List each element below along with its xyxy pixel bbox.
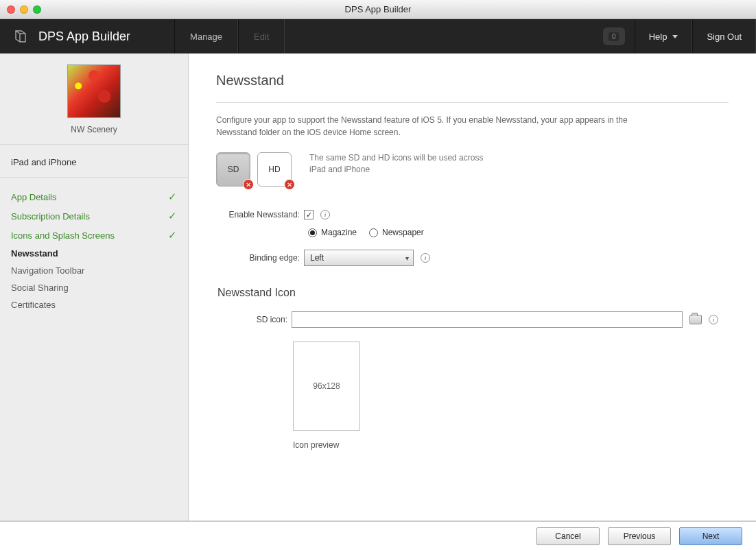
sidebar-item-navigation-toolbar[interactable]: Navigation Toolbar xyxy=(0,262,188,279)
resolution-toggle-group: SD ✕ HD ✕ xyxy=(216,152,292,187)
sidebar-item-social-sharing[interactable]: Social Sharing xyxy=(0,279,188,296)
sd-icon-path-input[interactable] xyxy=(292,311,683,328)
cancel-button[interactable]: Cancel xyxy=(536,527,600,545)
sidebar-item-label: App Details xyxy=(11,192,56,202)
app-name-label: NW Scenery xyxy=(71,125,117,134)
notifications-button[interactable]: 0 xyxy=(603,27,625,45)
sidebar-item-label: Social Sharing xyxy=(11,283,69,293)
sidebar-item-label: Navigation Toolbar xyxy=(11,265,84,276)
chevron-down-icon: ▾ xyxy=(405,254,409,262)
sidebar-separator xyxy=(0,177,188,178)
resolution-note: The same SD and HD icons will be used ac… xyxy=(309,152,501,176)
previous-button[interactable]: Previous xyxy=(608,527,671,545)
sidebar-nav: App Details ✓ Subscription Details ✓ Ico… xyxy=(0,182,188,313)
sd-toggle-label: SD xyxy=(228,165,239,174)
newsstand-icon-heading: Newsstand Icon xyxy=(217,287,729,299)
check-icon: ✓ xyxy=(168,210,177,222)
next-button[interactable]: Next xyxy=(679,527,742,545)
minimize-window-button[interactable] xyxy=(20,5,28,14)
toolbar: DPS App Builder Manage Edit 0 Help Sign … xyxy=(0,19,756,53)
sidebar-item-icons-splash[interactable]: Icons and Splash Screens ✓ xyxy=(0,226,188,245)
error-badge-icon: ✕ xyxy=(243,179,254,190)
sidebar-item-label: Subscription Details xyxy=(11,211,90,222)
radio-dot-icon xyxy=(369,228,378,237)
icon-preview-label: Icon preview xyxy=(293,440,729,450)
app-preview-icon xyxy=(67,64,121,118)
sidebar-item-newsstand[interactable]: Newsstand xyxy=(0,245,188,262)
check-icon: ✓ xyxy=(168,229,177,241)
radio-dot-icon xyxy=(308,228,317,237)
wizard-footer: Cancel Previous Next xyxy=(0,521,756,550)
binding-edge-value: Left xyxy=(310,253,324,263)
help-label: Help xyxy=(649,32,668,42)
check-icon: ✓ xyxy=(168,191,177,203)
radio-newspaper[interactable]: Newspaper xyxy=(369,228,424,237)
hd-toggle-button[interactable]: HD ✕ xyxy=(257,152,292,187)
sidebar-item-app-details[interactable]: App Details ✓ xyxy=(0,187,188,206)
sd-toggle-button[interactable]: SD ✕ xyxy=(216,152,250,187)
menu-manage[interactable]: Manage xyxy=(174,19,238,53)
info-icon[interactable]: i xyxy=(421,253,430,263)
browse-folder-icon[interactable] xyxy=(689,315,702,324)
chevron-down-icon xyxy=(672,35,678,38)
enable-newsstand-label: Enable Newsstand: xyxy=(216,210,304,219)
device-scope-label: iPad and iPhone xyxy=(0,145,188,171)
sidebar-app-header: NW Scenery xyxy=(0,53,188,145)
info-icon[interactable]: i xyxy=(709,315,718,324)
page-title: Newsstand xyxy=(216,73,729,88)
sidebar: NW Scenery iPad and iPhone App Details ✓… xyxy=(0,53,189,521)
close-window-button[interactable] xyxy=(7,5,15,14)
app-logo-icon xyxy=(11,27,29,45)
notification-count: 0 xyxy=(609,32,619,41)
window-controls xyxy=(7,5,41,14)
sd-icon-label: SD icon: xyxy=(216,315,292,324)
info-icon[interactable]: i xyxy=(320,210,330,219)
binding-edge-select[interactable]: Left ▾ xyxy=(304,250,414,266)
main-content: Newsstand Configure your app to support … xyxy=(189,53,756,521)
divider xyxy=(216,102,729,103)
help-menu[interactable]: Help xyxy=(635,19,693,53)
sidebar-item-certificates[interactable]: Certificates xyxy=(0,296,188,313)
menu-edit[interactable]: Edit xyxy=(238,19,285,53)
sidebar-item-subscription-details[interactable]: Subscription Details ✓ xyxy=(0,206,188,226)
window-title: DPS App Builder xyxy=(345,4,412,14)
icon-preview-box: 96x128 xyxy=(293,342,360,431)
sidebar-item-label: Icons and Splash Screens xyxy=(11,230,115,241)
radio-newspaper-label: Newspaper xyxy=(382,228,424,237)
sidebar-item-label: Certificates xyxy=(11,300,56,310)
window-titlebar: DPS App Builder xyxy=(0,0,756,19)
enable-newsstand-checkbox[interactable]: ✓ xyxy=(304,210,314,219)
app-title: DPS App Builder xyxy=(38,29,130,44)
icon-preview-dimensions: 96x128 xyxy=(313,381,340,391)
hd-toggle-label: HD xyxy=(268,165,280,174)
radio-magazine-label: Magazine xyxy=(321,228,357,237)
zoom-window-button[interactable] xyxy=(33,5,41,14)
radio-magazine[interactable]: Magazine xyxy=(308,228,357,237)
page-intro-text: Configure your app to support the Newsst… xyxy=(216,114,641,139)
error-badge-icon: ✕ xyxy=(284,179,295,190)
sidebar-item-label: Newsstand xyxy=(11,248,58,259)
sign-out-button[interactable]: Sign Out xyxy=(692,19,756,53)
binding-edge-label: Binding edge: xyxy=(216,253,304,263)
